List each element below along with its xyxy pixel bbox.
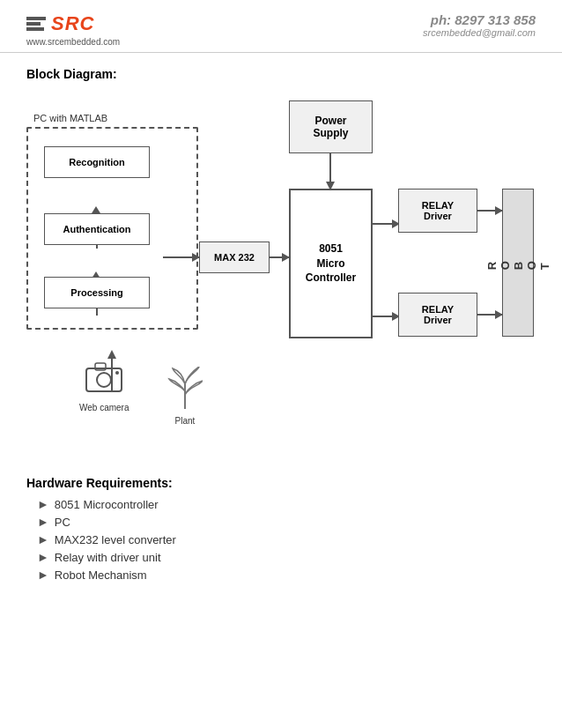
pc-box: PC with MATLAB Recognition Authenticatio… (26, 127, 198, 330)
logo-website: www.srcembedded.com (26, 37, 120, 47)
relay2-label: RELAYDriver (422, 304, 454, 325)
arrow-up-1 (92, 206, 100, 213)
hw-list-item: ►8051 Microcontroller (37, 497, 536, 511)
hw-item-text: Robot Mechanism (55, 568, 147, 582)
hw-item-text: PC (55, 516, 70, 529)
logo-area: SRC www.srcembedded.com (26, 12, 120, 47)
hw-item-text: MAX232 level converter (55, 533, 176, 546)
hw-list-item: ►Robot Mechanism (37, 568, 536, 582)
header: SRC www.srcembedded.com ph: 8297 313 858… (0, 0, 562, 53)
block-diagram-title: Block Diagram: (26, 67, 536, 81)
webcam-label: Web camera (79, 403, 129, 412)
micro-controller-box: 8051MicroController (289, 189, 373, 338)
hw-arrow-icon: ► (37, 532, 49, 546)
hw-arrow-icon: ► (37, 550, 49, 564)
hw-arrow-icon: ► (37, 515, 49, 529)
hardware-requirements: Hardware Requirements: ►8051 Microcontro… (26, 476, 536, 582)
plant-label: Plant (175, 416, 196, 426)
hw-list-item: ►PC (37, 515, 536, 529)
hw-arrow-icon: ► (37, 568, 49, 582)
contact-phone: ph: 8297 313 858 (423, 12, 536, 27)
camera-icon (82, 358, 126, 401)
logo: SRC (26, 12, 94, 35)
max232-box: MAX 232 (199, 241, 270, 273)
hw-item-text: 8051 Microcontroller (55, 498, 159, 511)
hw-arrow-icon: ► (37, 497, 49, 511)
hw-list-item: ►MAX232 level converter (37, 532, 536, 546)
power-supply-label: PowerSupply (313, 115, 348, 139)
contact-area: ph: 8297 313 858 srcembedded@gmail.com (423, 12, 536, 38)
authentication-box: Authentication (44, 213, 150, 245)
pc-label: PC with MATLAB (33, 113, 107, 123)
hw-item-text: Relay with driver unit (55, 551, 161, 564)
logo-bar-1 (26, 17, 46, 20)
logo-icon (26, 17, 46, 31)
svg-point-18 (97, 373, 111, 387)
block-diagram: PC with MATLAB Recognition Authenticatio… (26, 92, 537, 462)
robot-box: ROBOT (502, 189, 534, 337)
recognition-box: Recognition (44, 146, 150, 178)
hw-title: Hardware Requirements: (26, 476, 536, 490)
hw-list: ►8051 Microcontroller►PC►MAX232 level co… (26, 497, 536, 582)
relay1-label: RELAYDriver (422, 200, 454, 221)
contact-email: srcembedded@gmail.com (423, 27, 536, 38)
processing-box: Processing (44, 277, 150, 308)
micro-controller-label: 8051MicroController (306, 241, 356, 286)
main-content: Block Diagram: (0, 53, 562, 599)
plant-icon (167, 367, 203, 414)
power-supply-box: PowerSupply (289, 100, 373, 153)
robot-label: ROBOT (485, 256, 551, 270)
logo-bar-2 (26, 22, 41, 26)
hw-list-item: ►Relay with driver unit (37, 550, 536, 564)
logo-text: SRC (51, 12, 94, 35)
svg-point-20 (115, 371, 119, 375)
plant-area: Plant (167, 367, 203, 426)
logo-bar-3 (26, 27, 44, 31)
camera-area: Web camera (79, 358, 129, 412)
relay2-box: RELAYDriver (398, 293, 477, 337)
relay1-box: RELAYDriver (398, 189, 477, 233)
